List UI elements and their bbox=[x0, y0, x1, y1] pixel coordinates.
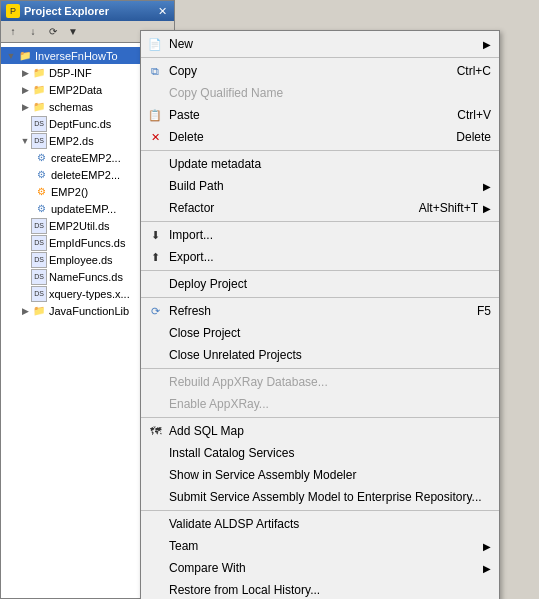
sep3 bbox=[141, 221, 499, 222]
label-d5p-inf: D5P-INF bbox=[49, 67, 92, 79]
label-updateemp: updateEMP... bbox=[51, 203, 116, 215]
show-modeler-icon bbox=[147, 467, 163, 483]
menu-item-close-project[interactable]: Close Project bbox=[141, 322, 499, 344]
title-bar: P Project Explorer ✕ bbox=[1, 1, 174, 21]
icon-folder-emp2data: 📁 bbox=[31, 82, 47, 98]
label-update-meta: Update metadata bbox=[169, 157, 491, 171]
menu-item-add-sql[interactable]: 🗺 Add SQL Map bbox=[141, 420, 499, 442]
label-namefuncs: NameFuncs.ds bbox=[49, 271, 123, 283]
icon-ds-deptfunc: DS bbox=[31, 116, 47, 132]
window-title: Project Explorer bbox=[24, 5, 109, 17]
paste-icon: 📋 bbox=[147, 107, 163, 123]
menu-item-refactor[interactable]: Refactor Alt+Shift+T ▶ bbox=[141, 197, 499, 219]
menu-item-import[interactable]: ⬇ Import... bbox=[141, 224, 499, 246]
menu-item-build-path[interactable]: Build Path ▶ bbox=[141, 175, 499, 197]
update-meta-icon bbox=[147, 156, 163, 172]
submit-service-icon bbox=[147, 489, 163, 505]
install-catalog-icon bbox=[147, 445, 163, 461]
deploy-icon bbox=[147, 276, 163, 292]
menu-item-delete[interactable]: ✕ Delete Delete bbox=[141, 126, 499, 148]
label-export: Export... bbox=[169, 250, 491, 264]
menu-item-refresh[interactable]: ⟳ Refresh F5 bbox=[141, 300, 499, 322]
label-team: Team bbox=[169, 539, 478, 553]
menu-item-export[interactable]: ⬆ Export... bbox=[141, 246, 499, 268]
sep2 bbox=[141, 150, 499, 151]
label-refresh: Refresh bbox=[169, 304, 457, 318]
shortcut-paste: Ctrl+V bbox=[457, 108, 491, 122]
toggle-javafnlib[interactable]: ▶ bbox=[19, 305, 31, 317]
label-emp2fn: EMP2() bbox=[51, 186, 88, 198]
label-refactor: Refactor bbox=[169, 201, 399, 215]
window-icon: P bbox=[6, 4, 20, 18]
restore-icon bbox=[147, 582, 163, 598]
menu-item-paste[interactable]: 📋 Paste Ctrl+V bbox=[141, 104, 499, 126]
menu-item-close-unrelated[interactable]: Close Unrelated Projects bbox=[141, 344, 499, 366]
menu-item-new[interactable]: 📄 New ▶ bbox=[141, 33, 499, 55]
toolbar-btn-up[interactable]: ↑ bbox=[4, 23, 22, 41]
menu-item-show-modeler[interactable]: Show in Service Assembly Modeler bbox=[141, 464, 499, 486]
menu-item-copy-qualified[interactable]: Copy Qualified Name bbox=[141, 82, 499, 104]
menu-item-restore[interactable]: Restore from Local History... bbox=[141, 579, 499, 599]
label-install-catalog: Install Catalog Services bbox=[169, 446, 491, 460]
icon-func-createemp2: ⚙ bbox=[33, 150, 49, 166]
menu-item-validate[interactable]: Validate ALDSP Artifacts bbox=[141, 513, 499, 535]
validate-icon bbox=[147, 516, 163, 532]
menu-item-enable-appxray[interactable]: Enable AppXRay... bbox=[141, 393, 499, 415]
menu-item-submit-service[interactable]: Submit Service Assembly Model to Enterpr… bbox=[141, 486, 499, 508]
sep1 bbox=[141, 57, 499, 58]
shortcut-refactor: Alt+Shift+T bbox=[419, 201, 478, 215]
menu-item-team[interactable]: Team ▶ bbox=[141, 535, 499, 557]
toolbar-btn-down[interactable]: ↓ bbox=[24, 23, 42, 41]
toggle-emp2ds[interactable]: ▼ bbox=[19, 135, 31, 147]
arrow-compare-with: ▶ bbox=[483, 563, 491, 574]
label-submit-service: Submit Service Assembly Model to Enterpr… bbox=[169, 490, 491, 504]
icon-folder-schemas: 📁 bbox=[31, 99, 47, 115]
export-icon: ⬆ bbox=[147, 249, 163, 265]
copy-icon: ⧉ bbox=[147, 63, 163, 79]
enable-appxray-icon bbox=[147, 396, 163, 412]
label-javafnlib: JavaFunctionLib bbox=[49, 305, 129, 317]
label-deploy: Deploy Project bbox=[169, 277, 491, 291]
label-emp2ds: EMP2.ds bbox=[49, 135, 94, 147]
add-sql-icon: 🗺 bbox=[147, 423, 163, 439]
label-delete: Delete bbox=[169, 130, 436, 144]
import-icon: ⬇ bbox=[147, 227, 163, 243]
team-icon bbox=[147, 538, 163, 554]
icon-ds-empidfuncs: DS bbox=[31, 235, 47, 251]
label-root: InverseFnHowTo bbox=[35, 50, 118, 62]
menu-item-deploy[interactable]: Deploy Project bbox=[141, 273, 499, 295]
menu-item-install-catalog[interactable]: Install Catalog Services bbox=[141, 442, 499, 464]
icon-ds-emp2ds: DS bbox=[31, 133, 47, 149]
refactor-icon bbox=[147, 200, 163, 216]
sep8 bbox=[141, 510, 499, 511]
compare-with-icon bbox=[147, 560, 163, 576]
rebuild-appxray-icon bbox=[147, 374, 163, 390]
sep7 bbox=[141, 417, 499, 418]
shortcut-copy: Ctrl+C bbox=[457, 64, 491, 78]
toggle-schemas[interactable]: ▶ bbox=[19, 101, 31, 113]
menu-item-rebuild-appxray[interactable]: Rebuild AppXRay Database... bbox=[141, 371, 499, 393]
new-icon: 📄 bbox=[147, 36, 163, 52]
close-button[interactable]: ✕ bbox=[156, 5, 169, 18]
label-enable-appxray: Enable AppXRay... bbox=[169, 397, 491, 411]
label-restore: Restore from Local History... bbox=[169, 583, 491, 597]
icon-ds-namefuncs: DS bbox=[31, 269, 47, 285]
toolbar-btn-menu[interactable]: ▼ bbox=[64, 23, 82, 41]
label-createemp2: createEMP2... bbox=[51, 152, 121, 164]
toggle-root[interactable]: ▼ bbox=[5, 50, 17, 62]
close-project-icon bbox=[147, 325, 163, 341]
toggle-d5p-inf[interactable]: ▶ bbox=[19, 67, 31, 79]
label-emp2util: EMP2Util.ds bbox=[49, 220, 110, 232]
label-empidfuncs: EmpIdFuncs.ds bbox=[49, 237, 125, 249]
toolbar-btn-refresh[interactable]: ⟳ bbox=[44, 23, 62, 41]
label-emp2data: EMP2Data bbox=[49, 84, 102, 96]
label-xquery: xquery-types.x... bbox=[49, 288, 130, 300]
label-compare-with: Compare With bbox=[169, 561, 478, 575]
shortcut-refresh: F5 bbox=[477, 304, 491, 318]
menu-item-update-meta[interactable]: Update metadata bbox=[141, 153, 499, 175]
menu-item-copy[interactable]: ⧉ Copy Ctrl+C bbox=[141, 60, 499, 82]
toggle-emp2data[interactable]: ▶ bbox=[19, 84, 31, 96]
icon-func-emp2fn: ⚙ bbox=[33, 184, 49, 200]
menu-item-compare-with[interactable]: Compare With ▶ bbox=[141, 557, 499, 579]
label-copy-qualified: Copy Qualified Name bbox=[169, 86, 491, 100]
